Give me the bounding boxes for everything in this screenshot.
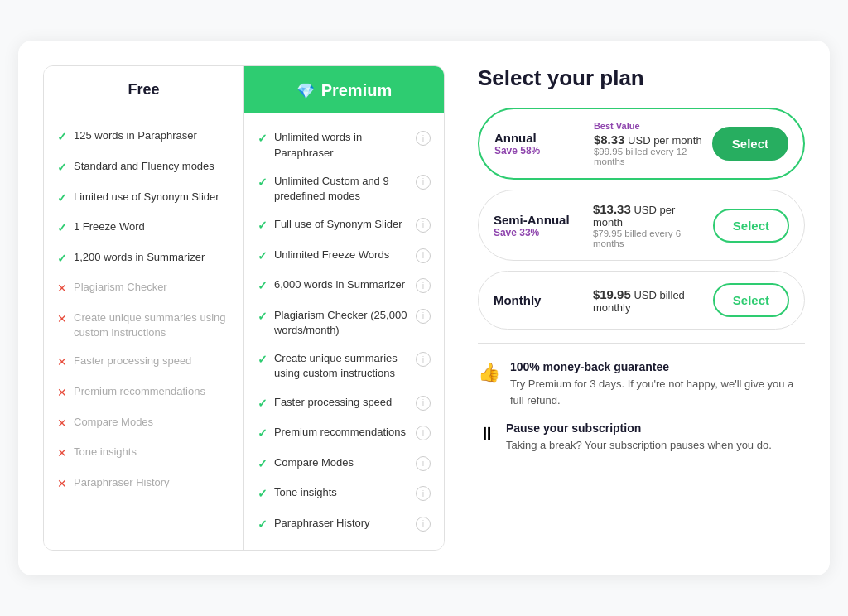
feature-text: Unlimited Custom and 9 predefined modes xyxy=(274,174,409,204)
pause-title: Pause your subscription xyxy=(506,421,772,435)
annual-select-button[interactable]: Select xyxy=(712,127,788,161)
diamond-icon: 💎 xyxy=(296,82,315,100)
info-icon[interactable]: i xyxy=(416,486,431,501)
info-icon[interactable]: i xyxy=(416,218,431,233)
check-icon: ✓ xyxy=(258,218,267,234)
plans-comparison: Free ✓125 words in Paraphraser✓Standard … xyxy=(43,65,445,550)
feature-text: Unlimited Freeze Words xyxy=(274,248,409,262)
free-feature-item: ✓1 Freeze Word xyxy=(57,213,230,243)
pause-content: Pause your subscription Taking a break? … xyxy=(506,421,772,454)
check-icon: ✓ xyxy=(57,251,67,267)
free-feature-item: ✕Premium recommendations xyxy=(57,378,230,408)
annual-price-unit: USD per month xyxy=(628,134,702,147)
monthly-select-button[interactable]: Select xyxy=(713,283,789,317)
feature-text: 1,200 words in Summarizer xyxy=(74,250,230,265)
info-icon[interactable]: i xyxy=(416,352,431,367)
feature-text: 1 Freeze Word xyxy=(74,219,230,234)
semi-annual-price-block: $13.33 USD per month $79.95 billed every… xyxy=(585,202,713,248)
free-feature-item: ✕Create unique summaries using custom in… xyxy=(57,304,230,347)
feature-text: Standard and Fluency modes xyxy=(74,159,230,174)
check-icon: ✓ xyxy=(258,248,267,265)
money-back-guarantee: 👍 100% money-back guarantee Try Premium … xyxy=(478,360,805,408)
premium-column: 💎 Premium ✓Unlimited words in Paraphrase… xyxy=(243,66,444,549)
free-feature-item: ✕Compare Modes xyxy=(57,408,230,439)
feature-text: Premium recommendations xyxy=(274,425,409,440)
info-icon[interactable]: i xyxy=(416,426,431,440)
section-divider xyxy=(478,343,805,344)
info-icon[interactable]: i xyxy=(416,309,431,324)
annual-plan-option[interactable]: Annual Save 58% Best Value $8.33 USD per… xyxy=(478,108,805,180)
check-icon: ✓ xyxy=(258,131,267,147)
annual-price-main: $8.33 USD per month xyxy=(594,132,704,147)
semi-annual-price-main: $13.33 USD per month xyxy=(593,202,705,229)
pause-desc: Taking a break? Your subscription pauses… xyxy=(506,437,772,454)
free-header: Free xyxy=(44,66,243,112)
premium-feature-item: ✓Full use of Synonym Slideri xyxy=(258,210,431,241)
info-icon[interactable]: i xyxy=(416,131,431,146)
feature-text: Full use of Synonym Slider xyxy=(274,217,409,232)
check-icon: ✓ xyxy=(57,129,67,146)
feature-text: Paraphraser History xyxy=(74,475,230,490)
annual-price-block: Best Value $8.33 USD per month $99.95 bi… xyxy=(585,121,712,166)
x-icon: ✕ xyxy=(57,416,67,432)
select-plan-section: Select your plan Annual Save 58% Best Va… xyxy=(478,65,805,550)
monthly-plan-option[interactable]: Monthly $19.95 USD billed monthly Select xyxy=(478,271,805,330)
free-features: ✓125 words in Paraphraser✓Standard and F… xyxy=(44,112,243,549)
monthly-price-amount: $19.95 xyxy=(593,287,631,301)
premium-feature-item: ✓Unlimited words in Paraphraseri xyxy=(258,123,431,166)
check-icon: ✓ xyxy=(258,396,267,412)
premium-title: Premium xyxy=(321,81,393,100)
premium-feature-item: ✓Plagiarism Checker (25,000 words/month)… xyxy=(258,301,431,344)
check-icon: ✓ xyxy=(258,278,267,295)
info-icon[interactable]: i xyxy=(416,175,431,190)
pause-icon: ⏸ xyxy=(478,423,496,445)
feature-text: Tone insights xyxy=(274,485,409,500)
monthly-price-block: $19.95 USD billed monthly xyxy=(585,287,713,314)
free-feature-item: ✕Faster processing speed xyxy=(57,347,230,378)
feature-text: Plagiarism Checker xyxy=(74,280,230,295)
premium-header: 💎 Premium xyxy=(244,66,444,113)
annual-plan-left: Annual Save 58% xyxy=(494,131,585,156)
info-icon[interactable]: i xyxy=(416,517,431,532)
main-container: Free ✓125 words in Paraphraser✓Standard … xyxy=(18,41,830,575)
free-feature-item: ✕Plagiarism Checker xyxy=(57,273,230,304)
monthly-price-main: $19.95 USD billed monthly xyxy=(593,287,705,314)
premium-feature-item: ✓6,000 words in Summarizeri xyxy=(258,271,431,301)
feature-text: Unlimited words in Paraphraser xyxy=(274,130,409,160)
money-back-title: 100% money-back guarantee xyxy=(510,360,805,373)
feature-text: Compare Modes xyxy=(274,455,409,470)
check-icon: ✓ xyxy=(258,456,267,473)
monthly-plan-name: Monthly xyxy=(494,293,585,307)
guarantee-section: 👍 100% money-back guarantee Try Premium … xyxy=(478,360,805,454)
info-icon[interactable]: i xyxy=(416,248,431,263)
x-icon: ✕ xyxy=(57,476,67,493)
feature-text: Create unique summaries using custom ins… xyxy=(74,310,230,340)
semi-annual-plan-option[interactable]: Semi-Annual Save 33% $13.33 USD per mont… xyxy=(478,190,805,261)
info-icon[interactable]: i xyxy=(416,456,431,471)
premium-feature-item: ✓Unlimited Custom and 9 predefined modes… xyxy=(258,167,431,210)
semi-annual-plan-name: Semi-Annual xyxy=(494,213,585,227)
feature-text: 125 words in Paraphraser xyxy=(74,128,230,143)
check-icon: ✓ xyxy=(258,309,267,325)
free-feature-item: ✓Limited use of Synonym Slider xyxy=(57,183,230,214)
premium-feature-item: ✓Paraphraser Historyi xyxy=(258,509,431,540)
premium-feature-item: ✓Unlimited Freeze Wordsi xyxy=(258,241,431,272)
feature-text: Create unique summaries using custom ins… xyxy=(274,351,409,381)
feature-text: Faster processing speed xyxy=(274,395,409,410)
info-icon[interactable]: i xyxy=(416,396,431,411)
feature-text: Plagiarism Checker (25,000 words/month) xyxy=(274,308,409,338)
info-icon[interactable]: i xyxy=(416,278,431,293)
annual-plan-save: Save 58% xyxy=(494,145,585,156)
check-icon: ✓ xyxy=(258,517,267,533)
annual-plan-name: Annual xyxy=(494,131,585,145)
premium-feature-item: ✓Compare Modesi xyxy=(258,449,431,479)
semi-annual-price-billing: $79.95 billed every 6 months xyxy=(593,229,705,248)
x-icon: ✕ xyxy=(57,354,67,371)
semi-annual-price-amount: $13.33 xyxy=(593,202,631,216)
monthly-plan-left: Monthly xyxy=(494,293,585,307)
semi-annual-select-button[interactable]: Select xyxy=(713,209,789,243)
thumbs-up-icon: 👍 xyxy=(478,362,500,383)
premium-feature-item: ✓Create unique summaries using custom in… xyxy=(258,344,431,387)
premium-feature-item: ✓Premium recommendationsi xyxy=(258,418,431,449)
check-icon: ✓ xyxy=(258,426,267,442)
